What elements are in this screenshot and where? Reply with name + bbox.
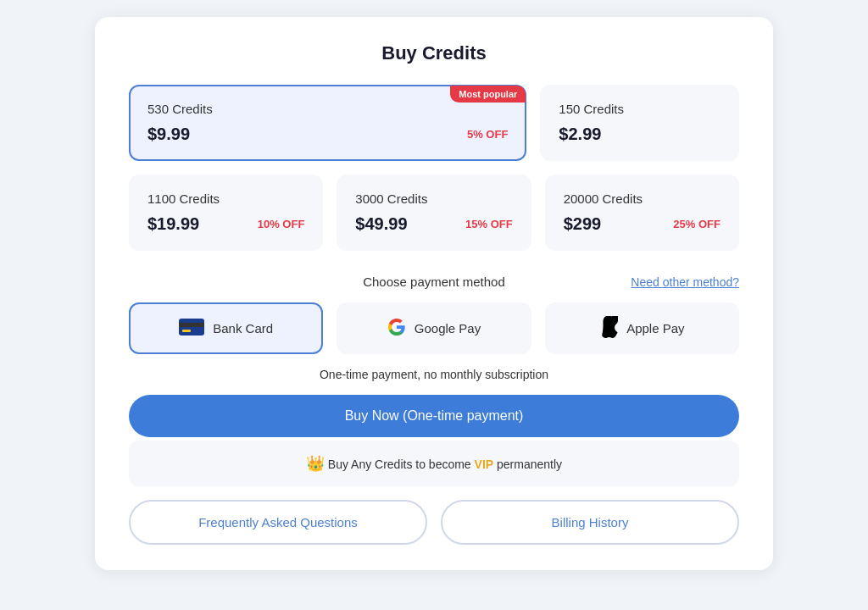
credit-label-20000: 20000 Credits [564, 191, 721, 206]
price-row-20000: $299 25% OFF [564, 214, 721, 234]
price-150: $2.99 [559, 125, 601, 144]
bank-card-icon [179, 319, 204, 338]
apple-pay-label: Apple Pay [626, 321, 684, 336]
credit-option-3000[interactable]: 3000 Credits $49.99 15% OFF [337, 175, 531, 251]
payment-header: Choose payment method Need other method? [129, 274, 739, 289]
most-popular-badge: Most popular [450, 86, 526, 103]
discount-3000: 15% OFF [465, 218, 513, 230]
bottom-buttons: Frequently Asked Questions Billing Histo… [129, 500, 739, 545]
discount-530: 5% OFF [467, 128, 508, 141]
price-3000: $49.99 [355, 214, 407, 234]
credit-label-150: 150 Credits [559, 102, 721, 116]
billing-history-button[interactable]: Billing History [441, 500, 739, 545]
vip-label: VIP [475, 458, 494, 471]
google-pay-icon [387, 318, 406, 339]
credit-option-530[interactable]: Most popular 530 Credits $9.99 5% OFF [129, 85, 526, 161]
faq-button[interactable]: Frequently Asked Questions [129, 500, 427, 545]
buy-credits-container: Buy Credits Most popular 530 Credits $9.… [95, 17, 773, 570]
credit-option-1100[interactable]: 1100 Credits $19.99 10% OFF [129, 175, 323, 251]
credit-label-530: 530 Credits [147, 102, 508, 116]
vip-text: Buy Any Credits to become [328, 458, 471, 471]
credit-option-150[interactable]: 150 Credits $2.99 [540, 85, 739, 161]
apple-pay-icon [599, 316, 618, 341]
price-row-3000: $49.99 15% OFF [355, 214, 512, 234]
vip-banner: 👑 Buy Any Credits to become VIP permanen… [129, 441, 739, 486]
bank-card-label: Bank Card [213, 321, 273, 336]
buy-now-button[interactable]: Buy Now (One-time payment) [129, 395, 739, 437]
price-20000: $299 [564, 214, 602, 234]
credits-top-grid: Most popular 530 Credits $9.99 5% OFF 15… [129, 85, 739, 161]
payment-method-apple-pay[interactable]: Apple Pay [545, 302, 739, 354]
discount-1100: 10% OFF [258, 218, 305, 230]
need-other-method-link[interactable]: Need other method? [631, 275, 739, 289]
price-1100: $19.99 [147, 214, 199, 234]
page-title: Buy Credits [129, 42, 739, 64]
credit-option-20000[interactable]: 20000 Credits $299 25% OFF [545, 175, 739, 251]
google-pay-label: Google Pay [415, 321, 481, 336]
payment-section: Choose payment method Need other method?… [129, 274, 739, 437]
payment-methods-grid: Bank Card Google Pay [129, 302, 739, 354]
payment-method-google-pay[interactable]: Google Pay [337, 302, 531, 354]
one-time-note: One-time payment, no monthly subscriptio… [320, 368, 548, 381]
vip-suffix: permanently [497, 458, 562, 471]
discount-20000: 25% OFF [673, 218, 721, 230]
credit-label-3000: 3000 Credits [355, 191, 512, 206]
payment-method-bank-card[interactable]: Bank Card [129, 302, 323, 354]
crown-icon: 👑 [306, 455, 325, 472]
price-row-150: $2.99 [559, 125, 721, 144]
credits-bottom-grid: 1100 Credits $19.99 10% OFF 3000 Credits… [129, 175, 739, 251]
price-530: $9.99 [147, 125, 190, 144]
svg-rect-1 [179, 323, 204, 327]
price-row-1100: $19.99 10% OFF [147, 214, 304, 234]
price-row-530: $9.99 5% OFF [147, 125, 508, 144]
payment-choose-label: Choose payment method [363, 274, 505, 289]
svg-rect-2 [182, 330, 191, 332]
credit-label-1100: 1100 Credits [147, 191, 304, 206]
